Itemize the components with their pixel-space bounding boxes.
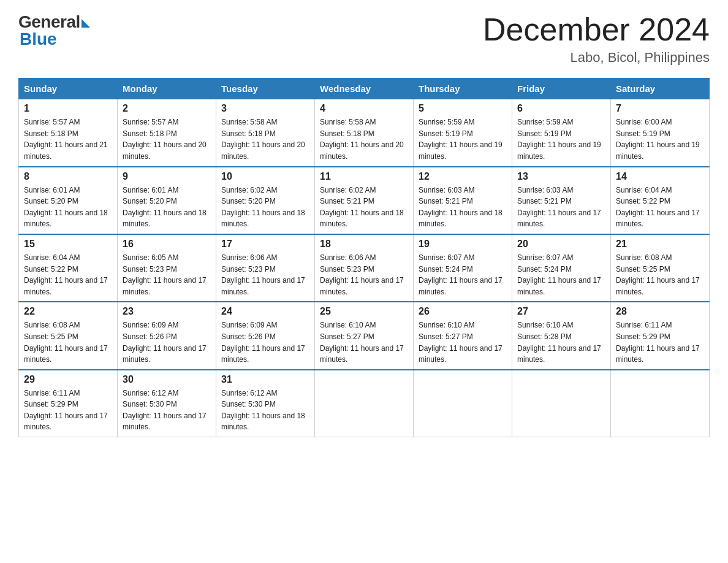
- day-number: 20: [517, 239, 605, 250]
- col-header-thursday: Thursday: [414, 79, 512, 99]
- day-info: Sunrise: 6:06 AMSunset: 5:23 PMDaylight:…: [320, 252, 408, 297]
- day-info: Sunrise: 6:09 AMSunset: 5:26 PMDaylight:…: [221, 320, 309, 365]
- calendar-cell: 2Sunrise: 5:57 AMSunset: 5:18 PMDaylight…: [118, 99, 216, 167]
- day-number: 6: [517, 103, 605, 114]
- calendar-cell: 13Sunrise: 6:03 AMSunset: 5:21 PMDayligh…: [512, 167, 611, 234]
- day-number: 8: [24, 171, 112, 182]
- day-info: Sunrise: 6:07 AMSunset: 5:24 PMDaylight:…: [517, 252, 605, 297]
- calendar-table: SundayMondayTuesdayWednesdayThursdayFrid…: [18, 78, 710, 437]
- day-info: Sunrise: 6:10 AMSunset: 5:27 PMDaylight:…: [320, 320, 408, 365]
- col-header-saturday: Saturday: [611, 79, 710, 99]
- day-info: Sunrise: 5:57 AMSunset: 5:18 PMDaylight:…: [24, 117, 112, 162]
- day-number: 12: [419, 171, 507, 182]
- day-info: Sunrise: 5:59 AMSunset: 5:19 PMDaylight:…: [517, 117, 605, 162]
- day-info: Sunrise: 6:07 AMSunset: 5:24 PMDaylight:…: [419, 252, 507, 297]
- col-header-tuesday: Tuesday: [216, 79, 315, 99]
- day-info: Sunrise: 6:06 AMSunset: 5:23 PMDaylight:…: [221, 252, 309, 297]
- day-number: 19: [419, 239, 507, 250]
- calendar-cell: 12Sunrise: 6:03 AMSunset: 5:21 PMDayligh…: [414, 167, 512, 234]
- calendar-cell: 10Sunrise: 6:02 AMSunset: 5:20 PMDayligh…: [216, 167, 315, 234]
- calendar-cell: 11Sunrise: 6:02 AMSunset: 5:21 PMDayligh…: [315, 167, 414, 234]
- calendar-cell: 19Sunrise: 6:07 AMSunset: 5:24 PMDayligh…: [414, 234, 512, 302]
- calendar-cell: 7Sunrise: 6:00 AMSunset: 5:19 PMDaylight…: [611, 99, 710, 167]
- day-number: 29: [24, 374, 112, 385]
- calendar-cell: [512, 370, 611, 437]
- calendar-cell: 28Sunrise: 6:11 AMSunset: 5:29 PMDayligh…: [611, 302, 710, 369]
- day-number: 13: [517, 171, 605, 182]
- day-number: 17: [221, 239, 309, 250]
- day-number: 9: [123, 171, 211, 182]
- calendar-cell: 24Sunrise: 6:09 AMSunset: 5:26 PMDayligh…: [216, 302, 315, 369]
- day-number: 5: [419, 103, 507, 114]
- calendar-cell: 25Sunrise: 6:10 AMSunset: 5:27 PMDayligh…: [315, 302, 414, 369]
- location-title: Labo, Bicol, Philippines: [483, 50, 710, 66]
- day-number: 24: [221, 306, 309, 317]
- day-number: 26: [419, 306, 507, 317]
- calendar-cell: 16Sunrise: 6:05 AMSunset: 5:23 PMDayligh…: [118, 234, 216, 302]
- day-info: Sunrise: 6:04 AMSunset: 5:22 PMDaylight:…: [24, 252, 112, 297]
- col-header-sunday: Sunday: [19, 79, 118, 99]
- day-info: Sunrise: 6:02 AMSunset: 5:20 PMDaylight:…: [221, 185, 309, 230]
- day-number: 23: [123, 306, 211, 317]
- day-info: Sunrise: 5:59 AMSunset: 5:19 PMDaylight:…: [419, 117, 507, 162]
- calendar-cell: 15Sunrise: 6:04 AMSunset: 5:22 PMDayligh…: [19, 234, 118, 302]
- day-number: 15: [24, 239, 112, 250]
- day-number: 30: [123, 374, 211, 385]
- calendar-week-row: 1Sunrise: 5:57 AMSunset: 5:18 PMDaylight…: [19, 99, 710, 167]
- calendar-cell: 5Sunrise: 5:59 AMSunset: 5:19 PMDaylight…: [414, 99, 512, 167]
- calendar-header-row: SundayMondayTuesdayWednesdayThursdayFrid…: [19, 79, 710, 99]
- calendar-cell: 20Sunrise: 6:07 AMSunset: 5:24 PMDayligh…: [512, 234, 611, 302]
- col-header-monday: Monday: [118, 79, 216, 99]
- day-number: 22: [24, 306, 112, 317]
- month-title: December 2024: [483, 12, 710, 47]
- day-number: 27: [517, 306, 605, 317]
- calendar-cell: 29Sunrise: 6:11 AMSunset: 5:29 PMDayligh…: [19, 370, 118, 437]
- day-info: Sunrise: 6:11 AMSunset: 5:29 PMDaylight:…: [616, 320, 704, 365]
- day-number: 31: [221, 374, 309, 385]
- calendar-week-row: 15Sunrise: 6:04 AMSunset: 5:22 PMDayligh…: [19, 234, 710, 302]
- day-info: Sunrise: 5:58 AMSunset: 5:18 PMDaylight:…: [221, 117, 309, 162]
- title-block: December 2024 Labo, Bicol, Philippines: [483, 12, 710, 66]
- calendar-cell: 27Sunrise: 6:10 AMSunset: 5:28 PMDayligh…: [512, 302, 611, 369]
- calendar-cell: 21Sunrise: 6:08 AMSunset: 5:25 PMDayligh…: [611, 234, 710, 302]
- calendar-cell: [414, 370, 512, 437]
- logo-arrow-icon: [82, 19, 90, 28]
- logo-blue-text: Blue: [20, 29, 57, 49]
- day-info: Sunrise: 6:01 AMSunset: 5:20 PMDaylight:…: [123, 185, 211, 230]
- day-number: 16: [123, 239, 211, 250]
- calendar-week-row: 8Sunrise: 6:01 AMSunset: 5:20 PMDaylight…: [19, 167, 710, 234]
- day-info: Sunrise: 6:12 AMSunset: 5:30 PMDaylight:…: [221, 388, 309, 433]
- day-info: Sunrise: 6:00 AMSunset: 5:19 PMDaylight:…: [616, 117, 704, 162]
- col-header-wednesday: Wednesday: [315, 79, 414, 99]
- day-number: 11: [320, 171, 408, 182]
- col-header-friday: Friday: [512, 79, 611, 99]
- calendar-cell: 1Sunrise: 5:57 AMSunset: 5:18 PMDaylight…: [19, 99, 118, 167]
- day-info: Sunrise: 6:09 AMSunset: 5:26 PMDaylight:…: [123, 320, 211, 365]
- calendar-cell: 9Sunrise: 6:01 AMSunset: 5:20 PMDaylight…: [118, 167, 216, 234]
- logo: General Blue: [18, 12, 90, 49]
- day-info: Sunrise: 5:58 AMSunset: 5:18 PMDaylight:…: [320, 117, 408, 162]
- day-info: Sunrise: 6:04 AMSunset: 5:22 PMDaylight:…: [616, 185, 704, 230]
- page-header: General Blue December 2024 Labo, Bicol, …: [18, 12, 710, 66]
- day-info: Sunrise: 6:12 AMSunset: 5:30 PMDaylight:…: [123, 388, 211, 433]
- day-info: Sunrise: 6:03 AMSunset: 5:21 PMDaylight:…: [517, 185, 605, 230]
- day-info: Sunrise: 6:03 AMSunset: 5:21 PMDaylight:…: [419, 185, 507, 230]
- calendar-cell: 17Sunrise: 6:06 AMSunset: 5:23 PMDayligh…: [216, 234, 315, 302]
- calendar-cell: 30Sunrise: 6:12 AMSunset: 5:30 PMDayligh…: [118, 370, 216, 437]
- day-number: 1: [24, 103, 112, 114]
- calendar-cell: 14Sunrise: 6:04 AMSunset: 5:22 PMDayligh…: [611, 167, 710, 234]
- day-info: Sunrise: 6:08 AMSunset: 5:25 PMDaylight:…: [616, 252, 704, 297]
- day-info: Sunrise: 5:57 AMSunset: 5:18 PMDaylight:…: [123, 117, 211, 162]
- calendar-cell: 8Sunrise: 6:01 AMSunset: 5:20 PMDaylight…: [19, 167, 118, 234]
- day-number: 10: [221, 171, 309, 182]
- calendar-cell: 3Sunrise: 5:58 AMSunset: 5:18 PMDaylight…: [216, 99, 315, 167]
- calendar-cell: [611, 370, 710, 437]
- day-number: 18: [320, 239, 408, 250]
- day-info: Sunrise: 6:11 AMSunset: 5:29 PMDaylight:…: [24, 388, 112, 433]
- day-number: 7: [616, 103, 704, 114]
- day-info: Sunrise: 6:01 AMSunset: 5:20 PMDaylight:…: [24, 185, 112, 230]
- calendar-week-row: 22Sunrise: 6:08 AMSunset: 5:25 PMDayligh…: [19, 302, 710, 369]
- calendar-cell: 22Sunrise: 6:08 AMSunset: 5:25 PMDayligh…: [19, 302, 118, 369]
- day-number: 3: [221, 103, 309, 114]
- day-info: Sunrise: 6:02 AMSunset: 5:21 PMDaylight:…: [320, 185, 408, 230]
